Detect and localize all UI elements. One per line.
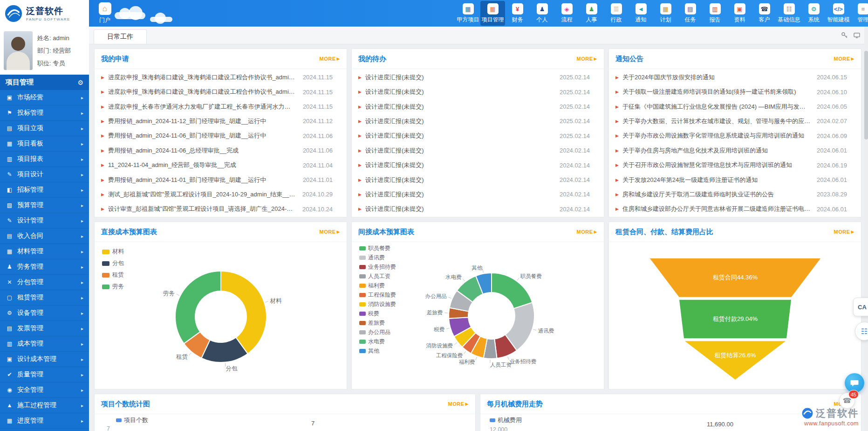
list-item[interactable]: ▶关于召开市政公用设施智慧化管理信息技术与应用培训班的通知2024.06.19 [609, 158, 861, 172]
ca-button[interactable]: CA [853, 298, 868, 316]
list-item[interactable]: ▶设计进度汇报(未提交)2024.02.14 [352, 158, 604, 172]
sidebar-menu-item[interactable]: ▦材料管理▸ [0, 244, 89, 259]
list-item[interactable]: ▶住房和城乡建设部办公厅关于同意吉林省开展二级建造师注册证书电子化试点...20… [609, 202, 861, 216]
legend-item[interactable]: 人员工资 [359, 272, 396, 280]
list-item[interactable]: ▶设计进度汇报(未提交)2025.02.14 [352, 114, 604, 128]
sidebar-menu-item[interactable]: ◉安全管理▸ [0, 382, 89, 398]
list-item[interactable]: ▶关于发放2024年第24批一级建造师注册证书的通知2024.06.01 [609, 173, 861, 187]
sidebar-menu-item[interactable]: ▣设计成本管理▸ [0, 352, 89, 367]
list-item[interactable]: ▶11_2024-11-04_admin_经营部_领导审批__完成2024.11… [95, 158, 347, 172]
legend-item[interactable]: 福利费 [359, 282, 396, 290]
monitor-icon[interactable] [853, 32, 861, 39]
legend-item[interactable]: 办公用品 [359, 328, 396, 336]
more-button[interactable]: MORE▶ [834, 229, 854, 235]
legend-item[interactable]: 材料 [102, 248, 124, 256]
list-item[interactable]: ▶测试_彭祖新城"四馆"景观工程设计项目_2024-10-29_admin_结束… [95, 187, 347, 202]
top-nav-item[interactable]: ☰行政 [604, 1, 629, 26]
sidebar-menu-item[interactable]: ▤证件管理▸ [0, 429, 89, 431]
sidebar-menu-item[interactable]: ▢租赁管理▸ [0, 290, 89, 306]
legend-item[interactable]: 差旅费 [359, 319, 396, 327]
list-item[interactable]: ▶关于举办住房与房地产信息化技术及应用培训班的通知2024.06.01 [609, 143, 861, 158]
sidebar-menu-item[interactable]: ✎项目设计▸ [0, 167, 89, 182]
legend-item[interactable]: 职员餐费 [359, 244, 396, 252]
settings-gear-icon[interactable]: ⚙ [77, 79, 83, 86]
list-item[interactable]: ▶关于领取一级注册建造师培训项目的通知(须持一建证书前来领取)2024.06.1… [609, 84, 861, 99]
top-nav-item[interactable]: ♟人事 [579, 1, 604, 26]
list-item[interactable]: ▶关于举办大数据、云计算技术在城市建设、规划、管理与服务中的应用培训班...20… [609, 114, 861, 128]
sidebar-menu-item[interactable]: ▥项目报表▸ [0, 152, 89, 167]
more-button[interactable]: MORE▶ [577, 229, 597, 235]
legend-item[interactable]: 工程保险费 [359, 291, 396, 299]
list-item[interactable]: ▶设计进度汇报(未提交)2024.02.14 [352, 202, 604, 216]
top-nav-item[interactable]: ▦甲方项目 [456, 1, 480, 26]
list-item[interactable]: ▶费用报销_admin_2024-11-06_部门经理审批_胡建__运行中202… [95, 129, 347, 143]
more-button[interactable]: MORE▶ [320, 229, 340, 235]
donut-segment-4[interactable] [175, 271, 221, 344]
vertical-scrollbar[interactable] [864, 27, 868, 431]
top-nav-item[interactable]: ▤任务 [678, 1, 703, 26]
sidebar-menu-item[interactable]: ✔质量管理▸ [0, 367, 89, 382]
sidebar-menu-item[interactable]: ▦进度管理▸ [0, 413, 89, 429]
sidebar-menu-item[interactable]: ▣市场经营▸ [0, 90, 89, 105]
sidebar-menu-item[interactable]: ▥成本管理▸ [0, 336, 89, 352]
top-nav-item[interactable]: ⚙系统 [801, 1, 826, 26]
list-item[interactable]: ▶于征集《中国建筑施工行业信息化发展报告 (2024) —BIM应用与发展》材料… [609, 99, 861, 114]
more-button[interactable]: MORE▶ [320, 56, 340, 62]
list-item[interactable]: ▶设计进度汇报(未提交)2025.02.14 [352, 70, 604, 84]
legend-item[interactable]: 其他 [359, 347, 396, 355]
sidebar-menu-item[interactable]: ▤项目立项▸ [0, 121, 89, 136]
watermark-url[interactable]: www.fanpusoft.com [802, 420, 859, 427]
list-item[interactable]: ▶关于举办市政公用设施数字化管理信息系统建设与应用培训班的通知2024.06.0… [609, 129, 861, 143]
sidebar-menu-item[interactable]: ✎设计管理▸ [0, 213, 89, 229]
top-nav-item[interactable]: </>智能建模 [826, 1, 851, 26]
funnel-segment-3[interactable] [683, 341, 787, 380]
portal-button[interactable]: ⌂ 门户 [93, 2, 116, 24]
list-item[interactable]: ▶设计进度汇报(未提交)2025.02.14 [352, 129, 604, 143]
list-item[interactable]: ▶进度款申报_珠海鹤港口建设_珠海鹤港口建设工程合作协议书_admin_...2… [95, 84, 347, 99]
top-nav-item[interactable]: ☎客户 [752, 1, 777, 26]
list-item[interactable]: ▶设计进度汇报(未提交)2024.02.14 [352, 143, 604, 158]
sidebar-menu-item[interactable]: ⚑投标管理▸ [0, 105, 89, 121]
phone-button[interactable]: ☎ 45 [839, 393, 855, 409]
sidebar-menu-item[interactable]: ▲施工过程管理▸ [0, 398, 89, 413]
list-item[interactable]: ▶费用报销_admin_2024-11-06_总经理审批__完成2024.11.… [95, 143, 347, 158]
top-nav-item[interactable]: ≡管理 [851, 1, 868, 26]
top-nav-item[interactable]: ▣资料 [727, 1, 752, 26]
legend-item[interactable]: 水电费 [359, 338, 396, 346]
list-item[interactable]: ▶设计审查_彭祖新城"四馆"景观工程设计项目_请选择_胡广生_2024-10-2… [95, 202, 347, 216]
list-item[interactable]: ▶设计进度汇报(未提交)2025.02.14 [352, 84, 604, 99]
top-nav-item[interactable]: ▦项目管理 [480, 1, 505, 26]
list-item[interactable]: ▶关于2024年国庆节放假安排的通知2024.06.15 [609, 70, 861, 84]
top-nav-item[interactable]: ☷基础信息 [777, 1, 801, 26]
chart-legend[interactable]: 机械费用 [490, 416, 522, 424]
key-icon[interactable] [841, 32, 848, 39]
legend-item[interactable]: 消防设施费 [359, 300, 396, 308]
top-nav-item[interactable]: ♟个人 [530, 1, 554, 26]
legend-item[interactable]: 劳务 [102, 283, 124, 291]
list-item[interactable]: ▶设计进度汇报(未提交)2025.02.14 [352, 99, 604, 114]
sidebar-menu-item[interactable]: ◧招标管理▸ [0, 182, 89, 198]
sidebar-menu-item[interactable]: ⚙设备管理▸ [0, 306, 89, 321]
top-nav-item[interactable]: ¥财务 [505, 1, 530, 26]
list-item[interactable]: ▶进度款申报_珠海鹤港口建设_珠海鹤港口建设工程合作协议书_admin_...2… [95, 70, 347, 84]
scrollbar-thumb[interactable] [864, 51, 868, 139]
top-nav-item[interactable]: ▦计划 [653, 1, 678, 26]
sidebar-menu-item[interactable]: ✕分包管理▸ [0, 275, 89, 290]
sidebar-menu-item[interactable]: ▧预算管理▸ [0, 198, 89, 213]
legend-item[interactable]: 税费 [359, 310, 396, 318]
top-nav-item[interactable]: ◄通知 [629, 1, 653, 26]
legend-item[interactable]: 租赁 [102, 271, 124, 279]
more-button[interactable]: MORE▶ [834, 56, 854, 62]
list-item[interactable]: ▶进度款申报_长春市伊通河水力发电厂扩建工程_长春市伊通河水力发电...2024… [95, 99, 347, 114]
sidebar-menu-item[interactable]: ▤发票管理▸ [0, 321, 89, 336]
tab-daily-work[interactable]: 日常工作 [94, 29, 147, 44]
list-item[interactable]: ▶费用报销_admin_2024-11-01_部门经理审批_胡建__运行中202… [95, 173, 347, 187]
legend-item[interactable]: 业务招待费 [359, 263, 396, 271]
more-button[interactable]: MORE▶ [448, 401, 469, 407]
top-nav-item[interactable]: ▥报告 [703, 1, 727, 26]
list-item[interactable]: ▶费用报销_admin_2024-11-12_部门经理审批_胡建__运行中202… [95, 114, 347, 128]
top-nav-item[interactable]: ◈流程 [554, 1, 579, 26]
legend-item[interactable]: 通讯费 [359, 254, 396, 262]
user-avatar[interactable] [4, 31, 33, 70]
legend-item[interactable]: 分包 [102, 259, 124, 267]
